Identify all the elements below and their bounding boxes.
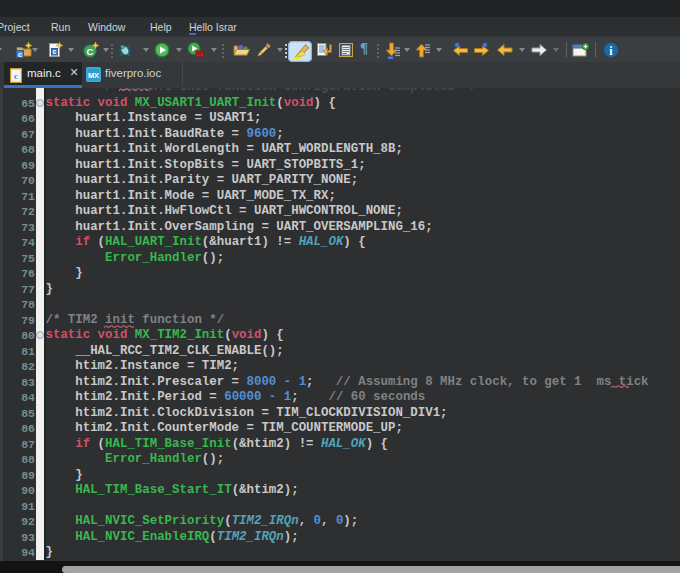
svg-text:MX: MX xyxy=(88,71,99,80)
svg-text:c: c xyxy=(14,71,18,81)
svg-text:C: C xyxy=(87,46,94,57)
svg-text:c: c xyxy=(53,48,57,55)
svg-text:c: c xyxy=(18,50,22,59)
